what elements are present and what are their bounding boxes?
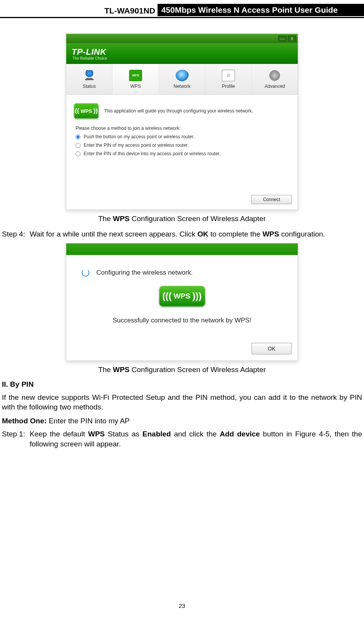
model-number: TL-WA901ND [102,6,158,16]
window-titlebar: — X [66,34,298,43]
radio-input[interactable] [75,134,81,139]
radio-input[interactable] [75,143,81,148]
tab-profile[interactable]: Profile [205,64,252,94]
tab-advanced[interactable]: Advanced [252,64,298,94]
brand-tagline: The Reliable Choice [72,56,107,60]
radio-enter-device-pin[interactable]: Enter the PIN of this device into my acc… [75,151,290,156]
tab-label: Advanced [265,84,285,89]
profile-icon [222,70,235,81]
tab-status[interactable]: Status [66,64,112,94]
radio-enter-ap-pin[interactable]: Enter the PIN of my access point or wire… [75,143,290,148]
monitor-icon [83,70,96,81]
wps-intro-text: This application will guide you through … [104,108,253,114]
page-header: TL-WA901ND 450Mbps Wireless N Access Poi… [0,4,364,18]
wps-body: (( WPS )) This application will guide yo… [66,95,298,191]
step-body: Wait for a while until the next screen a… [30,229,362,239]
radio-input[interactable] [75,151,81,156]
radio-label: Enter the PIN of my access point or wire… [84,143,189,148]
tab-label: Status [83,84,96,89]
brand-bar: TP-LINK The Reliable Choice [66,43,298,64]
wps-badge-icon: (( WPS )) [74,103,99,119]
step-label: Step 1: [2,429,30,449]
tab-network[interactable]: Network [159,64,205,94]
step-label: Step 4: [2,229,30,239]
tab-bar: Status WPS Network Profile Advanced [66,64,298,95]
step-body: Keep the default WPS Status as Enabled a… [30,429,362,449]
page-number: 23 [0,602,364,609]
radio-push-button[interactable]: Push the button on my access point or wi… [75,134,290,139]
success-text: Successfully connected to the network by… [75,317,289,324]
tab-label: WPS [130,84,141,89]
radio-label: Push the button on my access point or wi… [84,134,195,139]
gear-icon [268,70,281,81]
connect-button[interactable]: Connect [252,195,292,204]
radio-label: Enter the PIN of this device into my acc… [84,151,221,156]
step-1: Step 1: Keep the default WPS Status as E… [2,429,362,449]
wps-config-screenshot-2: Configuring the wireless network. ((( WP… [66,243,298,361]
brand-logo: TP-LINK [72,47,107,57]
close-button[interactable]: X [288,35,296,42]
spinner-icon [82,269,89,277]
figure2-caption: The WPS Configuration Screen of Wireless… [2,366,362,374]
wps-badge-icon: ((( WPS ))) [159,286,205,307]
dialog-header-bar [66,243,298,255]
minimize-button[interactable]: — [278,35,287,42]
method-one-line: Method One: Enter the PIN into my AP [2,417,362,425]
wps-icon [129,70,142,81]
tab-label: Profile [222,84,235,89]
figure1-caption: The WPS Configuration Screen of Wireless… [2,215,362,223]
ok-button[interactable]: OK [252,343,292,354]
guide-title: 450Mbps Wireless N Access Point User Gui… [158,4,364,16]
section-by-pin-para: If the new device supports Wi-Fi Protect… [2,393,362,412]
tab-wps[interactable]: WPS [112,64,159,94]
globe-icon [176,70,189,81]
step-4: Step 4: Wait for a while until the next … [2,229,362,239]
method-prompt: Please choose a method to join a wireles… [75,126,290,131]
configuring-text: Configuring the wireless network. [96,269,193,277]
tab-label: Network [174,84,191,89]
section-by-pin-heading: II. By PIN [2,380,362,389]
wps-config-screenshot-1: — X TP-LINK The Reliable Choice Status W… [66,34,298,210]
